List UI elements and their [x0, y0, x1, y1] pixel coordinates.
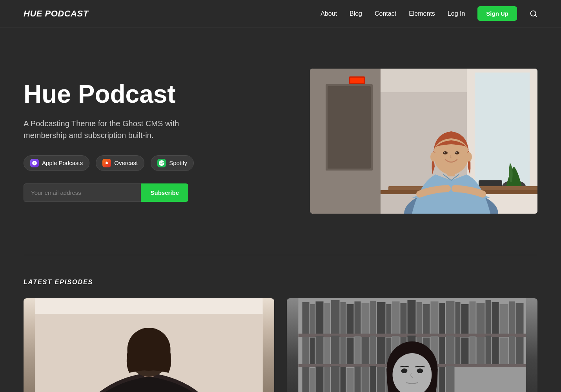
svg-rect-87: [486, 336, 491, 364]
svg-point-24: [466, 152, 472, 162]
svg-rect-83: [455, 337, 461, 364]
svg-rect-9: [350, 78, 364, 83]
svg-rect-68: [341, 337, 346, 364]
spotify-badge[interactable]: Spotify: [151, 155, 194, 171]
svg-rect-26: [35, 298, 263, 314]
episodes-grid: [24, 298, 537, 392]
svg-rect-44: [386, 304, 392, 334]
main-nav: About Blog Contact Elements Log In Sign …: [321, 6, 537, 21]
hero-section: Hue Podcast A Podcasting Theme for the G…: [0, 27, 561, 255]
episode-card-2[interactable]: [287, 298, 537, 392]
header: HUE PODCAST About Blog Contact Elements …: [0, 0, 561, 27]
svg-rect-64: [310, 338, 315, 364]
svg-rect-45: [392, 301, 400, 334]
svg-rect-67: [331, 336, 340, 364]
svg-rect-33: [302, 302, 310, 334]
svg-rect-99: [347, 368, 354, 392]
svg-rect-94: [310, 368, 315, 392]
svg-rect-98: [341, 367, 346, 392]
svg-point-20: [455, 151, 459, 154]
svg-rect-81: [439, 337, 445, 364]
apple-podcasts-badge[interactable]: Apple Podcasts: [24, 155, 89, 171]
nav-about[interactable]: About: [321, 10, 337, 17]
svg-rect-95: [316, 367, 324, 392]
svg-rect-41: [362, 303, 370, 334]
svg-rect-60: [509, 301, 515, 334]
svg-rect-47: [408, 300, 416, 334]
svg-rect-11: [475, 73, 530, 190]
svg-rect-59: [500, 304, 508, 334]
svg-rect-38: [341, 302, 346, 334]
episode-image-2: [287, 298, 537, 392]
svg-rect-56: [477, 303, 485, 334]
svg-rect-39: [347, 304, 354, 334]
signup-button[interactable]: Sign Up: [477, 6, 517, 21]
subscribe-form: Subscribe: [24, 183, 188, 202]
svg-rect-50: [431, 301, 439, 334]
svg-rect-90: [509, 336, 515, 364]
subscribe-button[interactable]: Subscribe: [141, 183, 188, 202]
svg-rect-91: [516, 337, 524, 364]
svg-rect-61: [516, 303, 524, 334]
svg-line-1: [535, 15, 537, 16]
svg-rect-51: [439, 303, 445, 334]
svg-rect-102: [370, 366, 376, 392]
latest-episodes-section: LATEST EPISODES: [0, 255, 561, 392]
svg-rect-111: [439, 367, 445, 392]
svg-rect-97: [331, 366, 340, 392]
svg-point-116: [417, 368, 423, 373]
login-button[interactable]: Log In: [448, 10, 465, 17]
overcast-badge[interactable]: Overcast: [96, 155, 144, 171]
hero-image-bg: [310, 69, 537, 214]
spotify-icon: [157, 159, 166, 167]
svg-rect-73: [377, 337, 386, 364]
svg-point-23: [430, 152, 437, 162]
nav-elements[interactable]: Elements: [409, 10, 435, 17]
svg-rect-93: [302, 367, 310, 392]
hero-image-wrap: [251, 69, 537, 214]
svg-rect-46: [401, 303, 407, 334]
svg-rect-112: [446, 366, 455, 392]
apple-podcasts-label: Apple Podcasts: [42, 160, 83, 166]
svg-rect-40: [355, 301, 361, 334]
svg-rect-63: [302, 337, 310, 364]
overcast-icon: [102, 159, 111, 167]
svg-point-22: [455, 152, 457, 153]
svg-rect-85: [470, 336, 476, 364]
svg-rect-86: [477, 337, 485, 364]
svg-rect-15: [479, 180, 502, 186]
svg-point-115: [401, 368, 408, 373]
nav-contact[interactable]: Contact: [375, 10, 396, 17]
svg-rect-89: [500, 338, 508, 364]
svg-rect-100: [355, 367, 361, 392]
svg-rect-84: [461, 338, 469, 364]
nav-blog[interactable]: Blog: [350, 10, 362, 17]
svg-rect-96: [324, 367, 330, 392]
episode-image-1: [24, 298, 274, 392]
svg-rect-69: [347, 338, 354, 364]
section-title: LATEST EPISODES: [24, 279, 537, 286]
svg-rect-43: [377, 302, 386, 334]
svg-rect-54: [461, 304, 469, 334]
svg-rect-72: [370, 336, 376, 364]
search-icon[interactable]: [530, 10, 537, 18]
svg-rect-103: [377, 367, 386, 392]
email-input[interactable]: [24, 183, 141, 202]
svg-point-19: [443, 151, 448, 154]
svg-rect-35: [316, 301, 324, 334]
svg-rect-57: [486, 300, 491, 334]
svg-rect-7: [328, 86, 371, 169]
svg-rect-53: [455, 302, 461, 334]
svg-rect-48: [417, 302, 422, 334]
episode-card-1[interactable]: [24, 298, 274, 392]
svg-rect-49: [423, 304, 430, 334]
overcast-label: Overcast: [114, 160, 138, 166]
svg-rect-66: [324, 337, 330, 364]
svg-point-21: [444, 152, 445, 153]
svg-rect-52: [446, 301, 455, 334]
svg-rect-36: [324, 303, 330, 334]
hero-image: [310, 69, 537, 214]
svg-rect-42: [370, 301, 376, 334]
platform-badges: Apple Podcasts Overcast: [24, 155, 251, 171]
site-logo[interactable]: HUE PODCAST: [24, 9, 89, 19]
